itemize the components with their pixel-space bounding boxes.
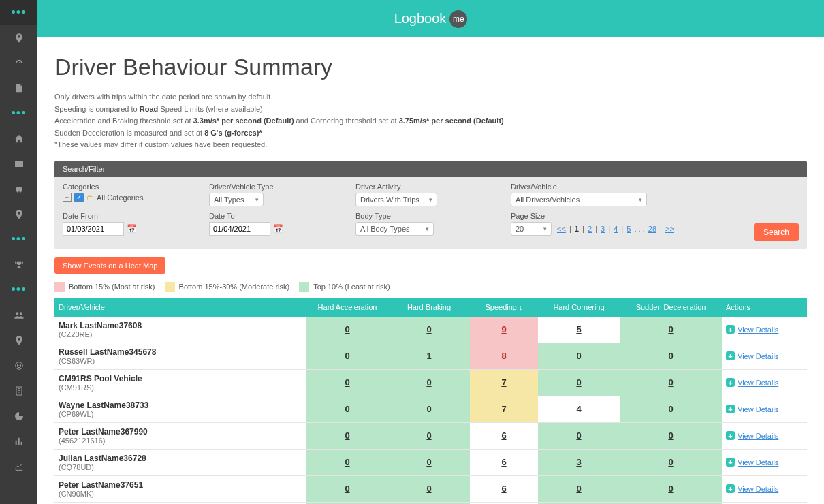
sidebar-item-trophy[interactable] <box>0 252 37 277</box>
plus-icon[interactable]: + <box>726 378 735 387</box>
sidebar-item-more3[interactable]: ••• <box>0 277 37 302</box>
page-first[interactable]: << <box>557 225 566 233</box>
sidebar-item-menu[interactable]: ••• <box>0 0 37 25</box>
sidebar-item-bars[interactable] <box>0 428 37 454</box>
col-accel[interactable]: Hard Acceleration <box>318 303 377 311</box>
brake-cell[interactable]: 0 <box>388 369 470 396</box>
col-decel[interactable]: Sudden Deceleration <box>636 303 706 311</box>
sidebar-item-card[interactable] <box>0 151 37 176</box>
accel-cell[interactable]: 0 <box>306 422 388 449</box>
decel-cell[interactable]: 0 <box>620 343 722 369</box>
brake-cell[interactable]: 0 <box>388 475 470 502</box>
calendar-icon[interactable]: 📅 <box>127 224 137 234</box>
corner-cell[interactable]: 0 <box>538 475 620 502</box>
speed-cell[interactable]: 6 <box>470 475 538 502</box>
decel-cell[interactable]: 0 <box>620 449 722 475</box>
corner-cell[interactable]: 0 <box>538 343 620 369</box>
plus-icon[interactable]: + <box>726 431 735 440</box>
sidebar-item-vehicle[interactable] <box>0 176 37 202</box>
accel-cell[interactable]: 0 <box>306 449 388 475</box>
view-details-link[interactable]: View Details <box>738 458 778 467</box>
plus-icon[interactable]: + <box>726 484 735 493</box>
sidebar-item-more1[interactable]: ••• <box>0 101 37 126</box>
sidebar-item-home[interactable] <box>0 126 37 151</box>
calendar-icon[interactable]: 📅 <box>273 224 283 234</box>
speed-cell[interactable]: 9 <box>470 317 538 343</box>
driver-type-select[interactable]: All Types <box>209 193 264 206</box>
sidebar-item-more2[interactable]: ••• <box>0 227 37 252</box>
page-size-select[interactable]: 20 <box>511 222 552 236</box>
sidebar-item-location[interactable] <box>0 25 37 50</box>
speed-cell[interactable]: 7 <box>470 369 538 396</box>
brake-cell[interactable]: 0 <box>388 317 470 343</box>
plus-icon[interactable]: + <box>726 325 735 334</box>
page-5[interactable]: 5 <box>627 225 631 233</box>
sidebar-item-pin3[interactable] <box>0 328 37 353</box>
accel-cell[interactable]: 0 <box>306 475 388 502</box>
view-details-link[interactable]: View Details <box>738 379 778 387</box>
search-button[interactable]: Search <box>754 223 799 241</box>
col-speed[interactable]: Speeding ↓ <box>485 303 522 311</box>
decel-cell[interactable]: 0 <box>620 317 722 343</box>
sidebar-item-trend[interactable] <box>0 454 37 479</box>
expand-icon[interactable]: + <box>63 193 72 202</box>
view-details-link[interactable]: View Details <box>738 326 778 334</box>
plus-icon[interactable]: + <box>726 351 735 360</box>
page-4[interactable]: 4 <box>614 225 618 233</box>
pagination: << | 1 | 2 | 3 | 4 | 5 . . . 28 | >> <box>556 225 676 233</box>
page-2[interactable]: 2 <box>588 225 592 233</box>
view-details-link[interactable]: View Details <box>738 352 778 360</box>
brake-cell[interactable]: 0 <box>388 396 470 422</box>
driver-vehicle-label: Driver/Vehicle <box>511 183 715 191</box>
accel-cell[interactable]: 0 <box>306 369 388 396</box>
page-size-label: Page Size <box>511 212 681 220</box>
plus-icon[interactable]: + <box>726 405 735 413</box>
page-3[interactable]: 3 <box>601 225 605 233</box>
speed-cell[interactable]: 7 <box>470 396 538 422</box>
view-details-link[interactable]: View Details <box>738 432 778 440</box>
view-details-link[interactable]: View Details <box>738 405 778 413</box>
col-corner[interactable]: Hard Cornering <box>553 303 604 311</box>
date-from-input[interactable] <box>63 222 124 236</box>
checkbox-icon[interactable]: ✓ <box>74 193 84 202</box>
filter-header: Search/Filter <box>54 161 807 177</box>
col-brake[interactable]: Hard Braking <box>407 303 451 311</box>
accel-cell[interactable]: 0 <box>306 396 388 422</box>
heatmap-button[interactable]: Show Events on a Heat Map <box>54 257 165 274</box>
page-last[interactable]: >> <box>665 225 674 233</box>
sidebar-item-documents[interactable] <box>0 76 37 101</box>
plus-icon[interactable]: + <box>726 458 735 467</box>
date-to-input[interactable] <box>209 222 270 236</box>
col-driver[interactable]: Driver/Vehicle <box>59 303 105 311</box>
corner-cell[interactable]: 4 <box>538 396 620 422</box>
body-type-select[interactable]: All Body Types <box>355 222 434 236</box>
decel-cell[interactable]: 0 <box>620 396 722 422</box>
sidebar-item-report[interactable] <box>0 378 37 403</box>
sidebar-item-users[interactable] <box>0 302 37 328</box>
page-last-num[interactable]: 28 <box>648 225 656 233</box>
brake-cell[interactable]: 0 <box>388 449 470 475</box>
driver-vehicle-select[interactable]: All Drivers/Vehicles <box>511 193 647 206</box>
view-details-link[interactable]: View Details <box>738 485 778 493</box>
sidebar-item-dashboard[interactable] <box>0 50 37 76</box>
corner-cell[interactable]: 0 <box>538 369 620 396</box>
categories-selector[interactable]: + ✓ 🗀 All Categories <box>63 193 209 202</box>
sidebar-item-pie[interactable] <box>0 403 37 428</box>
brake-cell[interactable]: 1 <box>388 343 470 369</box>
decel-cell[interactable]: 0 <box>620 422 722 449</box>
corner-cell[interactable]: 0 <box>538 422 620 449</box>
activity-select[interactable]: Drivers With Trips <box>355 193 437 206</box>
speed-cell[interactable]: 6 <box>470 449 538 475</box>
sidebar-item-pin2[interactable] <box>0 202 37 227</box>
brake-cell[interactable]: 0 <box>388 422 470 449</box>
corner-cell[interactable]: 5 <box>538 317 620 343</box>
decel-cell[interactable]: 0 <box>620 475 722 502</box>
page-1[interactable]: 1 <box>575 225 579 233</box>
speed-cell[interactable]: 6 <box>470 422 538 449</box>
speed-cell[interactable]: 8 <box>470 343 538 369</box>
accel-cell[interactable]: 0 <box>306 317 388 343</box>
sidebar-item-target[interactable] <box>0 353 37 378</box>
decel-cell[interactable]: 0 <box>620 369 722 396</box>
accel-cell[interactable]: 0 <box>306 343 388 369</box>
corner-cell[interactable]: 3 <box>538 449 620 475</box>
